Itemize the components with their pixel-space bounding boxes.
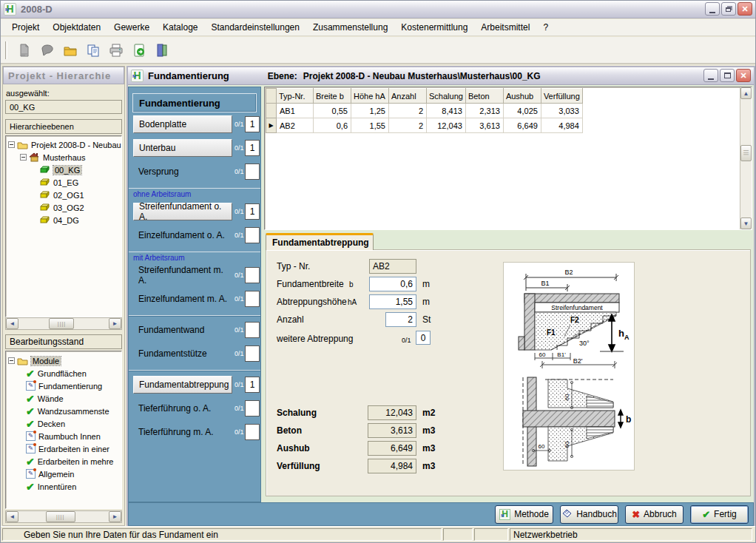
einzelfundament-ma-item[interactable]: Einzelfundament m. A. [133, 290, 232, 308]
weitere-abtreppung-input[interactable]: 0 [416, 331, 431, 345]
scroll-right-icon[interactable]: ► [109, 511, 121, 522]
tree-item-floor[interactable]: 03_OG2 [8, 201, 121, 214]
fertig-button[interactable]: ✔ Fertig [690, 505, 749, 524]
module-item[interactable]: ✎Erdarbeiten in einer [8, 442, 121, 455]
module-item[interactable]: ✔Erdarbeiten in mehre [8, 455, 121, 468]
hierarchy-levels-header[interactable]: Hierarchieebenen [5, 119, 122, 134]
bearbeitungsstand-header[interactable]: Bearbeitungsstand [5, 334, 122, 349]
menu-gewerke[interactable]: Gewerke [107, 20, 156, 35]
bodenplatte-count-field[interactable]: 1 [245, 116, 260, 132]
unterbau-button[interactable]: Unterbau [133, 139, 232, 157]
tieferfuehrung-oa-item[interactable]: Tieferführung o. A. [133, 399, 232, 417]
versprung-count-field[interactable] [245, 163, 260, 180]
module-item[interactable]: ✔Wände [8, 392, 121, 405]
fundamentwand-item[interactable]: Fundamentwand [133, 321, 232, 339]
einzelfundament-oa-item[interactable]: Einzelfundament o. A. [133, 226, 232, 244]
module-maximize-button[interactable] [720, 69, 735, 82]
module-item[interactable]: ✔Wandzusammenste [8, 405, 121, 417]
current-row-marker-icon[interactable]: ▶ [266, 118, 277, 133]
streifen-oa-count-field[interactable]: 1 [245, 203, 260, 220]
open-project-icon[interactable] [38, 41, 56, 59]
table-row[interactable]: AB1 0,55 1,25 2 8,413 2,313 4,025 3,033 [266, 104, 583, 118]
col-aushub[interactable]: Aushub [503, 89, 541, 104]
hierarchy-hscrollbar[interactable]: ◄ |||| ► [5, 317, 122, 330]
minimize-button[interactable] [705, 2, 720, 16]
streifen-ma-count-field[interactable] [245, 267, 260, 283]
col-beton[interactable]: Beton [465, 89, 503, 104]
fundamentabtreppung-count-field[interactable]: 1 [245, 377, 260, 393]
module-item[interactable]: ✎Fundamentierung [8, 380, 121, 392]
collapse-icon[interactable] [8, 141, 15, 148]
row-selector[interactable] [266, 104, 277, 118]
col-anzahl[interactable]: Anzahl [389, 89, 427, 104]
table-row-selected[interactable]: ▶ AB2 0,6 1,55 2 12,043 3,613 6,649 4,98… [266, 118, 583, 133]
module-item[interactable]: ✔Innentüren [8, 480, 121, 493]
open-folder-icon[interactable] [61, 41, 79, 59]
restore-button[interactable] [721, 2, 736, 16]
module-item[interactable]: ✔Decken [8, 417, 121, 430]
tree-item-floor[interactable]: 04_DG [8, 214, 121, 226]
fundamentabtreppung-button[interactable]: Fundamentabtreppung [133, 376, 232, 394]
unterbau-count-field[interactable]: 1 [245, 140, 260, 156]
tab-fundamentabtreppung[interactable]: Fundamentabtreppung [266, 233, 374, 250]
collapse-icon[interactable] [8, 357, 15, 364]
scroll-left-icon[interactable]: ◄ [6, 511, 18, 522]
fundamentwand-count-field[interactable] [245, 322, 260, 338]
menu-help[interactable]: ? [536, 20, 555, 35]
copy-icon[interactable] [84, 41, 102, 59]
scroll-up-icon[interactable]: ▲ [740, 87, 752, 99]
menu-kataloge[interactable]: Kataloge [156, 20, 204, 35]
tree-item-project[interactable]: Projekt 2008-D - Neubau [8, 138, 121, 151]
tree-item-floor[interactable]: 02_OG1 [8, 189, 121, 201]
col-hoehe-ha[interactable]: Höhe hA [351, 89, 389, 104]
abbruch-button[interactable]: ✖ Abbruch [625, 505, 684, 524]
scroll-left-icon[interactable]: ◄ [6, 318, 18, 329]
module-item[interactable]: ✎Raumbuch Innen [8, 430, 121, 442]
tree-item-module-root[interactable]: Module [8, 354, 121, 367]
grid-vscrollbar[interactable]: ▲ ||| ▼ [740, 87, 752, 229]
fundamentstuetze-count-field[interactable] [245, 345, 260, 362]
menu-zusammenstellung[interactable]: Zusammenstellung [306, 20, 394, 35]
fundamentstuetze-item[interactable]: Fundamentstütze [133, 345, 232, 362]
menu-arbeitsmittel[interactable]: Arbeitsmittel [474, 20, 536, 35]
col-schalung[interactable]: Schalung [427, 89, 466, 104]
versprung-item[interactable]: Versprung [133, 163, 232, 181]
streifenfundament-oa-button[interactable]: Streifenfundament o. A. [133, 203, 232, 220]
tieferfuehrung-ma-item[interactable]: Tieferführung m. A. [133, 423, 232, 441]
tree-item-floor[interactable]: 00_KG [8, 163, 121, 176]
tree-item-floor[interactable]: 01_EG [8, 176, 121, 189]
tiefer-oa-count-field[interactable] [245, 400, 260, 416]
col-typ-nr[interactable]: Typ-Nr. [277, 89, 314, 104]
angle-30-label: 30° [579, 340, 590, 347]
menu-standardeinstellungen[interactable]: Standardeinstellungen [204, 20, 306, 35]
module-item[interactable]: ✎Allgemein [8, 468, 121, 480]
close-button[interactable]: ✕ [738, 2, 752, 16]
module-item[interactable]: ✔Grundflächen [8, 367, 121, 380]
tree-item-building[interactable]: Musterhaus [8, 151, 121, 163]
fundamentbreite-input[interactable]: 0,6 [369, 277, 416, 291]
scroll-right-icon[interactable]: ► [109, 318, 121, 329]
exit-icon[interactable] [153, 41, 171, 59]
export-icon[interactable] [130, 41, 148, 59]
new-document-icon[interactable] [16, 41, 33, 59]
methode-button[interactable]: HM Methode [495, 505, 553, 524]
module-close-button[interactable]: ✕ [736, 69, 751, 82]
module-minimize-button[interactable] [703, 69, 718, 82]
menu-projekt[interactable]: Projekt [5, 20, 46, 35]
menu-objektdaten[interactable]: Objektdaten [46, 20, 107, 35]
bodenplatte-button[interactable]: Bodenplatte [133, 115, 232, 133]
modules-hscrollbar[interactable]: ◄ |||| ► [5, 510, 122, 523]
tiefer-ma-count-field[interactable] [245, 424, 260, 440]
col-breite-b[interactable]: Breite b [314, 89, 351, 104]
scroll-down-icon[interactable]: ▼ [740, 217, 752, 229]
einzel-ma-count-field[interactable] [245, 291, 260, 307]
menu-kostenermittlung[interactable]: Kostenermittlung [394, 20, 474, 35]
anzahl-input[interactable]: 2 [385, 312, 416, 327]
col-verfuellung[interactable]: Verfüllung [541, 89, 582, 104]
collapse-icon[interactable] [20, 154, 27, 161]
handbuch-button[interactable]: Handbuch [560, 505, 618, 524]
streifenfundament-ma-item[interactable]: Streifenfundament m. A. [133, 266, 232, 284]
einzel-oa-count-field[interactable] [245, 227, 260, 243]
print-icon[interactable] [107, 41, 125, 59]
abtreppungshoehe-input[interactable]: 1,55 [369, 294, 416, 309]
